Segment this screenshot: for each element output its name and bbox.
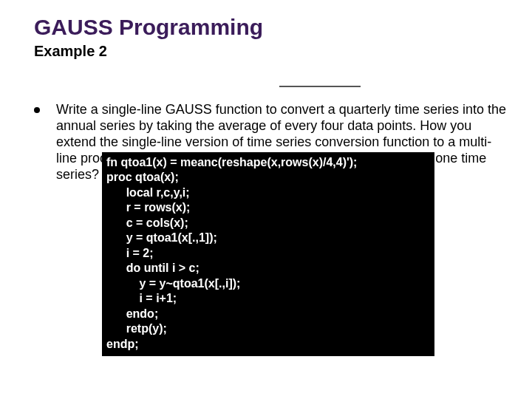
code-block: fn qtoa1(x) = meanc(reshape(x,rows(x)/4,… xyxy=(102,152,434,356)
page-subtitle: Example 2 xyxy=(0,43,532,60)
divider xyxy=(279,86,361,87)
bullet-icon xyxy=(34,107,40,113)
page-title: GAUSS Programming xyxy=(0,0,532,43)
